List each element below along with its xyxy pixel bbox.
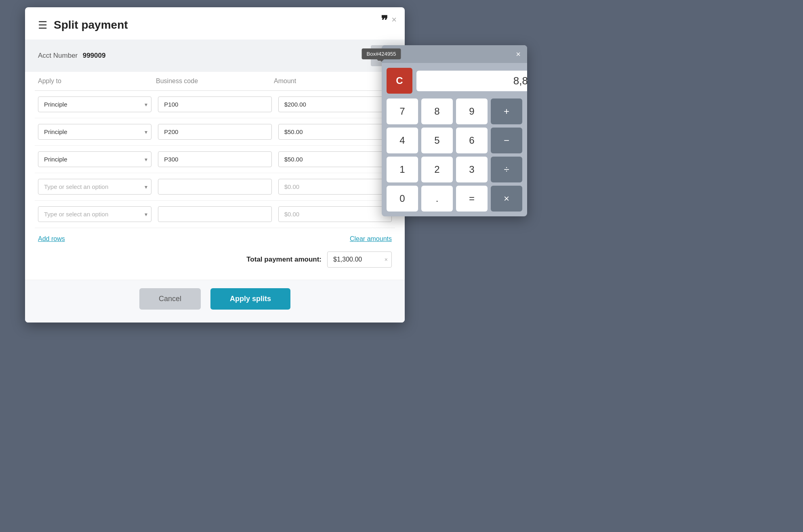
calc-btn-divide[interactable]: ÷ (491, 157, 522, 182)
apply-to-select-5[interactable]: Type or select an option (38, 206, 151, 222)
split-table: Apply to Business code Amount Principle … (25, 72, 405, 228)
amount-input-1[interactable] (278, 96, 392, 112)
calculator-header: ⊕ × (382, 45, 527, 63)
amount-cell-2: × (275, 122, 395, 141)
calc-btn-6[interactable]: 6 (456, 128, 488, 153)
apply-splits-button[interactable]: Apply splits (210, 288, 290, 310)
amount-input-4[interactable] (278, 179, 392, 195)
apply-to-select-wrapper-4: Type or select an option ▾ (38, 179, 151, 195)
calc-btn-1[interactable]: 1 (387, 157, 418, 182)
modal-close-button[interactable]: × (391, 15, 397, 24)
tooltip-box: Box#424955 (362, 48, 401, 59)
clear-amounts-button[interactable]: Clear amounts (350, 235, 392, 243)
amount-input-3[interactable] (278, 151, 392, 167)
total-amount-input[interactable] (327, 251, 392, 268)
calculator-grid: 7 8 9 + 4 5 6 − 1 2 3 ÷ 0 . = × (387, 98, 522, 212)
apply-to-cell-1: Principle ▾ (35, 95, 155, 114)
calc-btn-decimal[interactable]: . (421, 186, 453, 212)
amount-wrapper-3: × (278, 151, 392, 167)
apply-to-select-4[interactable]: Type or select an option (38, 179, 151, 195)
account-info: Acct Number 999009 (38, 52, 105, 60)
calc-btn-9[interactable]: 9 (456, 98, 488, 124)
calc-btn-2[interactable]: 2 (421, 157, 453, 182)
quote-icon: ❞ (381, 13, 388, 28)
cancel-button[interactable]: Cancel (139, 288, 201, 310)
modal-footer: Cancel Apply splits (25, 280, 405, 323)
add-rows-button[interactable]: Add rows (38, 235, 65, 243)
calc-btn-multiply[interactable]: × (491, 186, 522, 212)
list-icon: ☰ (38, 19, 47, 31)
calculator-widget: ⊕ × C 7 8 9 + 4 5 6 − 1 2 3 ÷ 0 . = × (382, 45, 527, 216)
apply-to-select-wrapper-3: Principle ▾ (38, 151, 151, 167)
amount-cell-1: × (275, 95, 395, 114)
table-row: Type or select an option ▾ (35, 201, 395, 228)
amount-cell-3: × (275, 150, 395, 169)
amount-wrapper-4 (278, 179, 392, 195)
apply-to-select-wrapper-5: Type or select an option ▾ (38, 206, 151, 222)
calc-btn-plus[interactable]: + (491, 98, 522, 124)
table-row: Principle ▾ × (35, 91, 395, 118)
modal-header: ☰ Split payment ❞ × (25, 7, 405, 40)
apply-to-select-wrapper-1: Principle ▾ (38, 96, 151, 112)
business-code-input-3[interactable] (158, 151, 271, 167)
amount-wrapper-5 (278, 206, 392, 222)
header-apply-to: Apply to (38, 77, 156, 85)
total-row: Total payment amount: × (25, 247, 405, 280)
apply-to-select-wrapper-2: Principle ▾ (38, 124, 151, 140)
business-code-cell-3 (155, 150, 275, 169)
header-business-code: Business code (156, 77, 274, 85)
table-row: Principle ▾ × (35, 146, 395, 173)
account-bar: Acct Number 999009 Box#424955 (25, 40, 405, 72)
calc-btn-equals[interactable]: = (456, 186, 488, 212)
business-code-input-2[interactable] (158, 124, 271, 140)
amount-cell-5 (275, 205, 395, 224)
amount-wrapper-2: × (278, 124, 392, 140)
apply-to-cell-4: Type or select an option ▾ (35, 177, 155, 196)
calc-btn-minus[interactable]: − (491, 128, 522, 153)
apply-to-select-3[interactable]: Principle (38, 151, 151, 167)
apply-to-cell-2: Principle ▾ (35, 122, 155, 141)
calculator-body: C 7 8 9 + 4 5 6 − 1 2 3 ÷ 0 . = × (382, 63, 527, 216)
amount-input-2[interactable] (278, 124, 392, 140)
calc-btn-3[interactable]: 3 (456, 157, 488, 182)
amount-wrapper-1: × (278, 96, 392, 112)
account-number: 999009 (83, 52, 106, 59)
modal-title: Split payment (54, 19, 128, 31)
table-row: Type or select an option ▾ (35, 173, 395, 201)
header-amount: Amount (274, 77, 392, 85)
calculator-clear-button[interactable]: C (387, 68, 412, 94)
business-code-cell-1 (155, 95, 275, 114)
split-payment-modal: ☰ Split payment ❞ × Acct Number 999009 B… (25, 7, 405, 323)
business-code-cell-2 (155, 122, 275, 141)
account-label: Acct Number (38, 52, 78, 59)
apply-to-select-2[interactable]: Principle (38, 124, 151, 140)
total-clear-icon[interactable]: × (385, 256, 388, 263)
business-code-input-1[interactable] (158, 96, 271, 112)
amount-input-5[interactable] (278, 206, 392, 222)
actions-row: Add rows Clear amounts (25, 228, 405, 247)
calc-btn-5[interactable]: 5 (421, 128, 453, 153)
calc-btn-7[interactable]: 7 (387, 98, 418, 124)
calc-btn-8[interactable]: 8 (421, 98, 453, 124)
table-row: Principle ▾ × (35, 118, 395, 146)
business-code-cell-4 (155, 177, 275, 196)
apply-to-cell-3: Principle ▾ (35, 150, 155, 169)
table-header: Apply to Business code Amount (35, 72, 395, 91)
business-code-input-5[interactable] (158, 206, 271, 222)
apply-to-cell-5: Type or select an option ▾ (35, 205, 155, 224)
calculator-close-button[interactable]: × (516, 50, 521, 59)
total-label: Total payment amount: (246, 256, 322, 264)
calc-btn-0[interactable]: 0 (387, 186, 418, 212)
calculator-display-row: C (387, 68, 522, 94)
business-code-cell-5 (155, 205, 275, 224)
business-code-input-4[interactable] (158, 179, 271, 195)
amount-cell-4 (275, 177, 395, 196)
calc-btn-4[interactable]: 4 (387, 128, 418, 153)
total-input-wrapper: × (327, 251, 392, 268)
calculator-display[interactable] (416, 71, 527, 91)
apply-to-select-1[interactable]: Principle (38, 96, 151, 112)
